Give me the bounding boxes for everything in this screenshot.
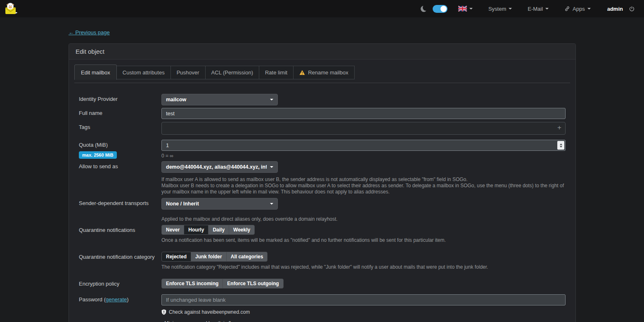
apps-menu-label: Apps (573, 6, 585, 12)
tab-label: Rename mailbox (308, 69, 348, 76)
allow-send-as-label: Allow to send as (79, 161, 161, 195)
full-name-input[interactable] (161, 108, 566, 119)
identity-provider-value: mailcow (166, 97, 267, 103)
page-content: ← Previous page Edit object Edit mailbox… (0, 17, 644, 322)
allow-send-as-row: Allow to send as demo@440044.xyz, alias@… (79, 161, 566, 195)
tab-custom-attributes[interactable]: Custom attributes (116, 66, 171, 79)
edit-mailbox-form: Identity Provider mailcow Full name (74, 83, 570, 322)
transports-help: Applied to the mailbox and direct aliase… (161, 216, 566, 222)
full-name-label: Full name (79, 108, 161, 119)
quarantine-category-label: Quarantine notification category (79, 252, 161, 270)
quarantine-category-help: The notification category "Rejected" inc… (161, 264, 566, 270)
tab-bar: Edit mailbox Custom attributes Pushover … (74, 64, 570, 79)
option-weekly[interactable]: Weekly (229, 225, 255, 235)
tags-input[interactable] (161, 122, 566, 135)
password-row: Password (generate) Check against haveib… (79, 294, 566, 322)
option-never[interactable]: Never (161, 225, 184, 235)
chevron-down-icon (509, 8, 512, 10)
transports-label: Sender-dependent transports (79, 198, 161, 222)
quarantine-notifications-group: Never Hourly Daily Weekly (161, 225, 566, 235)
panel-title: Edit object (69, 44, 575, 60)
tab-label: ACL (Permission) (211, 69, 253, 76)
full-name-row: Full name (79, 108, 566, 119)
option-daily[interactable]: Daily (208, 225, 229, 235)
identity-provider-row: Identity Provider mailcow (79, 94, 566, 105)
panel-body: Edit mailbox Custom attributes Pushover … (69, 60, 575, 322)
quota-label: Quota (MiB) (79, 142, 161, 148)
option-enforce-tls-incoming[interactable]: Enforce TLS incoming (161, 279, 223, 289)
system-menu-label: System (488, 6, 506, 12)
language-menu[interactable] (453, 6, 478, 12)
quarantine-notifications-label: Quarantine notifications (79, 225, 161, 243)
encryption-policy-group: Enforce TLS incoming Enforce TLS outgoin… (161, 279, 566, 289)
tab-label: Pushover (177, 69, 199, 76)
allow-send-as-help-2: Mailbox user B needs to create a delegat… (161, 183, 566, 195)
transports-value: None / Inherit (166, 201, 267, 207)
identity-provider-select[interactable]: mailcow (161, 94, 278, 105)
allow-send-as-select[interactable]: demo@440044.xyz, alias@440044.xyz, info@… (161, 161, 278, 173)
tab-label: Edit mailbox (81, 69, 110, 76)
uk-flag-icon (458, 6, 467, 12)
tab-label: Rate limit (265, 69, 287, 76)
logout-button[interactable] (629, 6, 635, 12)
link-icon (564, 6, 570, 12)
quota-stepper[interactable] (557, 141, 564, 150)
system-menu[interactable]: System (483, 6, 517, 12)
quota-row: Quota (MiB) max. 2560 MiB 0 = ∞ (79, 140, 566, 159)
identity-provider-label: Identity Provider (79, 94, 161, 105)
transports-select[interactable]: None / Inherit (161, 198, 278, 210)
quarantine-category-group: Rejected Junk folder All categories (161, 252, 566, 262)
tab-label: Custom attributes (123, 69, 165, 76)
power-icon (629, 6, 635, 12)
option-enforce-tls-outgoing[interactable]: Enforce TLS outgoing (223, 279, 283, 289)
chevron-down-icon (545, 8, 549, 10)
quarantine-category-row: Quarantine notification category Rejecte… (79, 252, 566, 270)
apps-menu[interactable]: Apps (559, 6, 596, 12)
tab-rename-mailbox[interactable]: Rename mailbox (293, 66, 355, 79)
tab-rate-limit[interactable]: Rate limit (259, 66, 294, 79)
option-all-categories[interactable]: All categories (226, 252, 268, 262)
dark-mode-icon (421, 6, 427, 12)
chevron-down-icon (270, 166, 273, 168)
warning-icon (299, 70, 305, 75)
encryption-policy-row: Encryption policy Enforce TLS incoming E… (79, 279, 566, 289)
edit-object-panel: Edit object Edit mailbox Custom attribut… (69, 43, 576, 322)
shield-icon (161, 309, 166, 315)
generate-password-link[interactable]: generate (106, 296, 127, 303)
option-hourly[interactable]: Hourly (184, 225, 208, 235)
quarantine-notifications-help: Once a notification has been sent, items… (161, 237, 566, 243)
chevron-down-icon (469, 8, 473, 10)
previous-page-link[interactable]: ← Previous page (69, 29, 110, 36)
password-label-suffix: ) (127, 296, 128, 303)
min-password-length: - Minimum password length is 6 (161, 320, 566, 322)
tab-edit-mailbox[interactable]: Edit mailbox (74, 64, 117, 80)
email-menu-label: E-Mail (528, 6, 543, 12)
chevron-down-icon (270, 99, 273, 100)
password-label-prefix: Password ( (79, 296, 106, 303)
email-menu[interactable]: E-Mail (523, 6, 554, 12)
chevron-down-icon (270, 203, 273, 205)
quota-hint: 0 = ∞ (161, 153, 566, 159)
tags-row: Tags + (79, 122, 566, 135)
pwned-check-line: Check against haveibeenpwned.com (161, 309, 566, 315)
quarantine-notifications-row: Quarantine notifications Never Hourly Da… (79, 225, 566, 243)
tags-label: Tags (79, 122, 161, 135)
mailcow-logo[interactable] (4, 1, 19, 16)
tab-pushover[interactable]: Pushover (170, 66, 206, 79)
logged-in-user[interactable]: admin (601, 6, 623, 12)
mailcow-logo-icon (4, 2, 18, 16)
pwned-check-label: Check against haveibeenpwned.com (169, 309, 250, 315)
chevron-down-icon (587, 8, 591, 10)
option-rejected[interactable]: Rejected (161, 252, 191, 262)
dark-mode-toggle[interactable] (433, 5, 447, 13)
encryption-policy-label: Encryption policy (79, 279, 161, 289)
quota-input[interactable] (161, 140, 566, 151)
password-input[interactable] (161, 294, 566, 305)
transports-row: Sender-dependent transports None / Inher… (79, 198, 566, 222)
quota-max-badge: max. 2560 MiB (79, 151, 117, 159)
option-junk-folder[interactable]: Junk folder (191, 252, 227, 262)
tab-acl-permission[interactable]: ACL (Permission) (205, 66, 259, 79)
allow-send-as-value: demo@440044.xyz, alias@440044.xyz, info@… (166, 164, 267, 170)
add-tag-button[interactable]: + (557, 124, 561, 132)
top-navbar: System E-Mail Apps admin (0, 0, 644, 17)
